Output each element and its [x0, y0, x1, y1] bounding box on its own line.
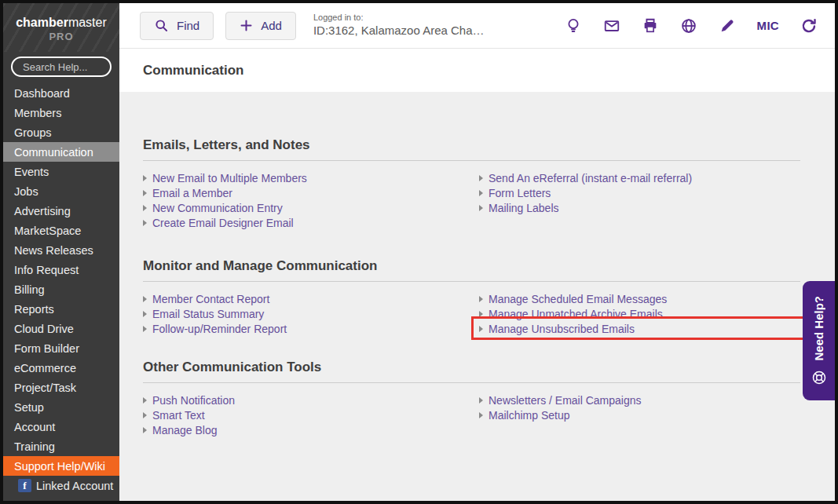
link-label: Newsletters / Email Campaigns: [489, 394, 642, 407]
link-label: Email Status Summary: [152, 308, 264, 320]
sidebar-item-training[interactable]: Training: [3, 436, 119, 456]
link-label: Manage Unmatched Archive Emails: [489, 308, 663, 320]
link-smart-text[interactable]: Smart Text: [143, 407, 479, 422]
link-column-right: Newsletters / Email Campaigns Mailchimp …: [479, 393, 800, 437]
lightbulb-icon[interactable]: [565, 17, 582, 35]
caret-right-icon: [143, 397, 147, 404]
page-title-bar: Communication: [119, 49, 835, 92]
link-column-left: New Email to Multiple Members Email a Me…: [143, 170, 479, 230]
link-new-email-multiple-members[interactable]: New Email to Multiple Members: [143, 170, 479, 185]
logged-in-association: ID:3162, Kalamazoo Area Cha…: [313, 24, 485, 38]
caret-right-icon: [479, 190, 483, 196]
caret-right-icon: [143, 220, 147, 226]
sidebar-item-support-help-wiki[interactable]: Support Help/Wiki: [3, 456, 119, 476]
brand-name-regular: master: [68, 16, 107, 29]
section-other-communication-tools: Other Communication Tools Push Notificat…: [143, 360, 800, 437]
sidebar-item-dashboard[interactable]: Dashboard: [3, 83, 119, 103]
link-label: Create Email Designer Email: [152, 217, 294, 229]
sidebar-item-advertising[interactable]: Advertising: [3, 201, 119, 221]
app-window: chambermaster PRO Dashboard Members Grou…: [0, 0, 838, 504]
link-manage-scheduled-email-messages[interactable]: Manage Scheduled Email Messages: [479, 291, 800, 306]
link-push-notification[interactable]: Push Notification: [143, 393, 479, 407]
link-label: New Email to Multiple Members: [152, 172, 307, 184]
need-help-tab[interactable]: Need Help?: [803, 281, 835, 400]
facebook-icon: f: [18, 479, 31, 492]
link-label: Smart Text: [152, 409, 205, 422]
caret-right-icon: [143, 311, 147, 317]
link-send-ereferral[interactable]: Send An eReferral (instant e-mail referr…: [479, 170, 800, 185]
link-label: Mailchimp Setup: [489, 409, 570, 422]
search-help-input[interactable]: [11, 57, 112, 77]
sidebar-item-cloud-drive[interactable]: Cloud Drive: [3, 319, 119, 338]
link-manage-blog[interactable]: Manage Blog: [143, 422, 479, 437]
find-button[interactable]: Find: [140, 12, 214, 40]
sidebar-item-billing[interactable]: Billing: [3, 279, 119, 299]
sidebar-item-marketspace[interactable]: MarketSpace: [3, 221, 119, 240]
printer-icon[interactable]: [642, 17, 659, 35]
sidebar-item-jobs[interactable]: Jobs: [3, 181, 119, 201]
plus-icon: [240, 19, 253, 32]
caret-right-icon: [143, 296, 147, 302]
sidebar-item-account[interactable]: Account: [3, 417, 119, 436]
link-label: Manage Unsubscribed Emails: [489, 323, 635, 335]
sidebar-item-groups[interactable]: Groups: [3, 122, 119, 142]
sidebar-item-events[interactable]: Events: [3, 162, 119, 181]
link-label: Mailing Labels: [489, 202, 559, 214]
caret-right-icon: [479, 326, 483, 332]
sidebar-item-project-task[interactable]: Project/Task: [3, 378, 119, 397]
sidebar-item-members[interactable]: Members: [3, 103, 119, 122]
link-form-letters[interactable]: Form Letters: [479, 185, 800, 200]
link-column-left: Member Contact Report Email Status Summa…: [143, 291, 479, 336]
link-mailchimp-setup[interactable]: Mailchimp Setup: [479, 407, 800, 422]
refresh-icon[interactable]: [800, 17, 818, 35]
section-heading: Monitor and Manage Communication: [143, 258, 800, 274]
mail-icon[interactable]: [603, 17, 620, 35]
caret-right-icon: [143, 190, 147, 196]
add-button-label: Add: [261, 19, 282, 32]
link-new-communication-entry[interactable]: New Communication Entry: [143, 200, 479, 215]
link-newsletters-email-campaigns[interactable]: Newsletters / Email Campaigns: [479, 393, 800, 407]
brand-logo: chambermaster PRO: [3, 3, 119, 43]
caret-right-icon: [479, 397, 483, 404]
caret-right-icon: [479, 412, 483, 418]
sidebar-item-setup[interactable]: Setup: [3, 397, 119, 417]
section-monitor-manage-communication: Monitor and Manage Communication Member …: [143, 258, 800, 336]
link-label: Email a Member: [152, 187, 232, 199]
link-label: Member Contact Report: [152, 293, 269, 305]
section-heading: Emails, Letters, and Notes: [143, 137, 800, 153]
sidebar-item-communication[interactable]: Communication: [3, 142, 119, 162]
page-content: Emails, Letters, and Notes New Email to …: [119, 92, 835, 501]
caret-right-icon: [143, 412, 147, 418]
pencil-icon[interactable]: [719, 17, 736, 35]
caret-right-icon: [479, 175, 483, 181]
section-emails-letters-notes: Emails, Letters, and Notes New Email to …: [143, 137, 800, 230]
top-toolbar: Find Add Logged in to: ID:3162, Kalamazo…: [119, 3, 835, 49]
sidebar-item-ecommerce[interactable]: eCommerce: [3, 358, 119, 378]
link-email-a-member[interactable]: Email a Member: [143, 185, 479, 200]
sidebar-item-reports[interactable]: Reports: [3, 299, 119, 319]
link-column-right: Send An eReferral (instant e-mail referr…: [479, 170, 800, 230]
linked-account-label: Linked Account: [36, 480, 113, 492]
link-follow-up-reminder-report[interactable]: Follow-up/Reminder Report: [143, 321, 479, 336]
link-mailing-labels[interactable]: Mailing Labels: [479, 200, 800, 215]
link-label: New Communication Entry: [152, 202, 283, 214]
sidebar-item-info-request[interactable]: Info Request: [3, 260, 119, 279]
caret-right-icon: [143, 205, 147, 211]
link-member-contact-report[interactable]: Member Contact Report: [143, 291, 479, 306]
header-icon-group: MIC: [565, 17, 818, 35]
logged-in-caption: Logged in to:: [313, 13, 485, 24]
link-manage-unsubscribed-emails[interactable]: Manage Unsubscribed Emails: [479, 321, 800, 336]
sidebar-item-linked-account[interactable]: f Linked Account: [3, 476, 119, 495]
link-label: Follow-up/Reminder Report: [152, 323, 287, 335]
sidebar-item-form-builder[interactable]: Form Builder: [3, 338, 119, 358]
link-email-status-summary[interactable]: Email Status Summary: [143, 306, 479, 321]
add-button[interactable]: Add: [225, 12, 296, 40]
main-area: Find Add Logged in to: ID:3162, Kalamazo…: [119, 3, 835, 501]
globe-icon[interactable]: [680, 17, 697, 35]
link-create-email-designer-email[interactable]: Create Email Designer Email: [143, 215, 479, 230]
link-manage-unmatched-archive-emails[interactable]: Manage Unmatched Archive Emails: [479, 306, 800, 321]
mic-initials[interactable]: MIC: [757, 19, 779, 32]
caret-right-icon: [479, 296, 483, 302]
caret-right-icon: [143, 175, 147, 181]
sidebar-item-news-releases[interactable]: News Releases: [3, 240, 119, 260]
